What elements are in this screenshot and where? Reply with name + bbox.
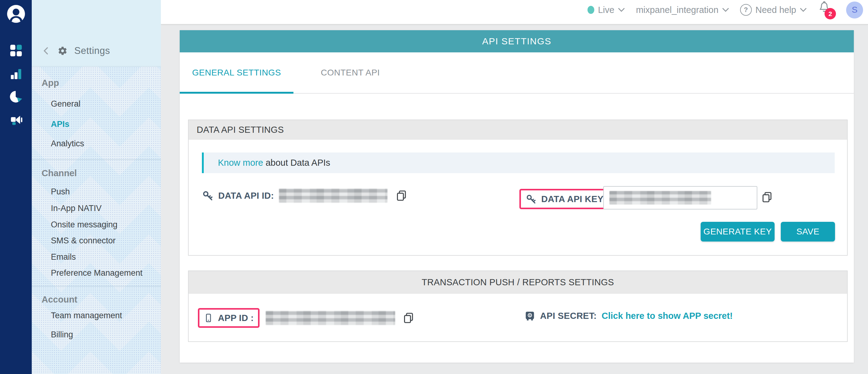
sidebar-item-inapp-nativ[interactable]: In-App NATIV bbox=[51, 204, 102, 213]
data-api-id-row: DATA API ID: bbox=[202, 189, 408, 203]
section-label-app: App bbox=[41, 78, 59, 88]
section-label-channel: Channel bbox=[41, 168, 77, 178]
sidebar-divider bbox=[32, 159, 161, 160]
safe-icon bbox=[525, 310, 535, 321]
mobile-phone-icon bbox=[204, 313, 213, 322]
save-button[interactable]: SAVE bbox=[781, 222, 835, 241]
sidebar-item-general[interactable]: General bbox=[51, 99, 81, 109]
tab-content-api[interactable]: CONTENT API bbox=[293, 53, 407, 93]
copy-icon[interactable] bbox=[761, 191, 773, 203]
need-help-menu[interactable]: ? Need help bbox=[740, 4, 807, 16]
notification-count-badge: 2 bbox=[825, 8, 836, 20]
app-id-highlight: APP ID : bbox=[198, 308, 259, 328]
back-chevron-icon[interactable] bbox=[41, 46, 51, 56]
page-title: API SETTINGS bbox=[482, 36, 552, 46]
help-icon: ? bbox=[740, 4, 752, 16]
need-help-label: Need help bbox=[755, 5, 796, 15]
notifications-bell[interactable]: 2 bbox=[818, 1, 835, 19]
brand-logo-icon[interactable] bbox=[7, 5, 25, 23]
section-label-account: Account bbox=[41, 295, 78, 305]
sidebar-item-emails[interactable]: Emails bbox=[51, 252, 76, 262]
apps-grid-icon[interactable] bbox=[9, 43, 24, 58]
icon-rail bbox=[0, 0, 32, 374]
transaction-section-header: TRANSACTION PUSH / REPORTS SETTINGS bbox=[189, 271, 847, 294]
transaction-settings-section: TRANSACTION PUSH / REPORTS SETTINGS APP … bbox=[188, 271, 848, 342]
generate-key-button[interactable]: GENERATE KEY bbox=[701, 222, 775, 241]
active-tab-underline bbox=[180, 92, 293, 94]
pie-chart-icon[interactable] bbox=[9, 89, 24, 104]
sidebar-item-onsite-messaging[interactable]: Onsite messaging bbox=[51, 220, 118, 230]
redacted-data-api-key bbox=[610, 191, 711, 205]
copy-icon[interactable] bbox=[396, 190, 408, 202]
api-secret-row: API SECRET: Click here to show APP secre… bbox=[525, 310, 733, 321]
tab-general-settings[interactable]: GENERAL SETTINGS bbox=[180, 53, 293, 93]
api-secret-label: API SECRET: bbox=[540, 311, 597, 321]
top-bar: Live mixpanel_integration ? Need help 2 … bbox=[161, 0, 868, 25]
gear-icon bbox=[58, 46, 67, 56]
sidebar-header: Settings bbox=[32, 0, 161, 67]
key-icon bbox=[202, 190, 213, 201]
data-api-id-label: DATA API ID: bbox=[218, 191, 274, 201]
live-status-dot bbox=[588, 6, 594, 14]
sidebar-item-preference-management[interactable]: Preference Management bbox=[51, 268, 143, 278]
show-app-secret-link[interactable]: Click here to show APP secret! bbox=[602, 311, 733, 321]
sidebar-item-analytics[interactable]: Analytics bbox=[51, 139, 84, 148]
app-id-row: APP ID : bbox=[198, 308, 415, 328]
know-more-text: about Data APIs bbox=[263, 158, 331, 168]
sidebar-title: Settings bbox=[74, 45, 110, 56]
copy-icon[interactable] bbox=[403, 312, 415, 324]
live-label: Live bbox=[598, 5, 614, 15]
project-selector[interactable]: mixpanel_integration bbox=[636, 5, 729, 15]
sidebar-item-push[interactable]: Push bbox=[51, 187, 70, 197]
chevron-down-icon bbox=[618, 8, 625, 12]
chevron-down-icon bbox=[722, 8, 729, 12]
sidebar-item-apis[interactable]: APIs bbox=[51, 120, 69, 129]
app-id-label: APP ID : bbox=[218, 313, 254, 323]
data-api-key-highlight: DATA API KEY: bbox=[519, 189, 613, 209]
know-more-link[interactable]: Know more bbox=[218, 158, 263, 168]
settings-sidebar: Settings App General APIs Analytics Chan… bbox=[32, 0, 161, 374]
sidebar-item-billing[interactable]: Billing bbox=[51, 330, 73, 340]
sidebar-divider bbox=[32, 286, 161, 286]
redacted-data-api-id bbox=[279, 189, 388, 203]
sidebar-item-sms-connector[interactable]: SMS & connector bbox=[51, 236, 116, 245]
api-settings-panel: API SETTINGS GENERAL SETTINGS CONTENT AP… bbox=[180, 30, 854, 363]
know-more-banner: Know more about Data APIs bbox=[202, 152, 835, 173]
project-name: mixpanel_integration bbox=[636, 5, 718, 15]
panel-title-bar: API SETTINGS bbox=[180, 30, 854, 53]
sidebar-item-team-management[interactable]: Team management bbox=[51, 311, 122, 320]
environment-selector[interactable]: Live bbox=[588, 5, 625, 15]
chevron-down-icon bbox=[800, 8, 807, 12]
user-avatar[interactable]: S bbox=[846, 2, 863, 19]
data-api-key-input[interactable] bbox=[603, 186, 757, 209]
megaphone-icon[interactable] bbox=[9, 112, 24, 127]
analytics-bars-icon[interactable] bbox=[9, 66, 24, 81]
data-api-key-label: DATA API KEY: bbox=[541, 194, 606, 204]
redacted-app-id bbox=[266, 311, 395, 325]
tab-bar: GENERAL SETTINGS CONTENT API bbox=[180, 53, 854, 94]
data-api-settings-section: DATA API SETTINGS Know more about Data A… bbox=[188, 120, 848, 256]
key-icon bbox=[526, 194, 536, 204]
data-api-section-header: DATA API SETTINGS bbox=[189, 120, 847, 140]
